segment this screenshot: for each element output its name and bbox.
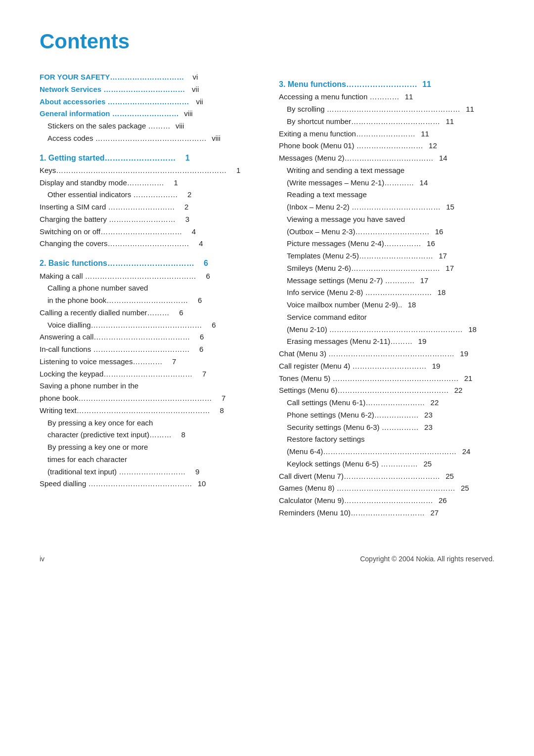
toc-entry: Reading a text message — [279, 189, 494, 201]
toc-label: Changing the covers…………………………… — [40, 238, 189, 250]
toc-label: Charging the battery ……………………… — [40, 213, 176, 226]
toc-page: vii — [185, 84, 199, 96]
page-title: Contents — [40, 30, 494, 53]
toc-label: Voice dialling……………………………………… — [47, 319, 202, 332]
toc-page: 1 — [164, 177, 178, 189]
toc-page: 1 — [226, 165, 240, 177]
toc-entry: (traditional text input) ………………………9 — [40, 466, 255, 478]
toc-entry: Writing text………………………………………………8 — [40, 405, 255, 417]
toc-label: (Menu 2-10) ……………………………………………… — [287, 324, 463, 336]
toc-page: viii — [170, 120, 184, 132]
toc-page: 1 — [176, 152, 190, 165]
toc-page: 7 — [162, 356, 176, 368]
toc-label: Calling a phone number saved — [47, 284, 148, 292]
toc-label: Other essential indicators ……………… — [47, 189, 178, 201]
toc-label: (Inbox – Menu 2-2) ……………………………… — [287, 201, 441, 213]
toc-entry: Keylock settings (Menu 6-5) ……………25 — [279, 458, 494, 470]
toc-page: 12 — [423, 140, 437, 152]
toc-entry: Smileys (Menu 2-6)………………………………17 — [279, 262, 494, 275]
toc-page: 8 — [210, 405, 224, 417]
toc-page: 19 — [454, 348, 468, 360]
toc-label: Restore factory settings — [287, 435, 365, 443]
toc-entry: (Write messages – Menu 2-1)…………14 — [279, 177, 494, 189]
toc-entry: Saving a phone number in the — [40, 380, 255, 392]
toc-label: phone book……………………………………………… — [40, 392, 212, 405]
toc-label: Access codes ……………………………………… — [47, 132, 207, 145]
toc-entry: character (predictive text input)………8 — [40, 429, 255, 441]
toc-label: Reading a text message — [287, 190, 367, 199]
toc-page: 25 — [418, 458, 432, 470]
toc-entry: 2. Basic functions……………………………6 — [40, 257, 255, 270]
toc-page: 17 — [414, 275, 428, 287]
toc-page: 25 — [440, 470, 454, 483]
toc-entry: (Inbox – Menu 2-2) ………………………………15 — [279, 201, 494, 213]
toc-entry: By pressing a key one or more — [40, 441, 255, 454]
toc-entry: Call settings (Menu 6-1)……………………22 — [279, 397, 494, 409]
toc-entry: About accessories ……………………………vii — [40, 96, 255, 108]
toc-label: Settings (Menu 6)……………………………………… — [279, 384, 448, 397]
toc-page: 3 — [176, 213, 189, 226]
toc-label: (Write messages – Menu 2-1)………… — [287, 177, 414, 189]
toc-page: 16 — [421, 238, 435, 250]
toc-entry: in the phone book……………………………6 — [40, 294, 255, 307]
toc-label: Accessing a menu function ………… — [279, 91, 399, 103]
toc-page: 6 — [190, 331, 204, 343]
toc-page: viii — [207, 132, 221, 145]
toc-label: Exiting a menu function…………………… — [279, 128, 415, 140]
toc-label: Stickers on the sales package ……… — [47, 120, 170, 132]
footer-copyright: Copyright © 2004 Nokia. All rights reser… — [360, 555, 494, 563]
toc-page: 18 — [402, 299, 416, 311]
toc-page: 24 — [456, 446, 470, 458]
toc-label: (Outbox – Menu 2-3)………………………… — [287, 226, 429, 238]
toc-entry: 3. Menu functions………………………11 — [279, 78, 494, 91]
toc-page: 14 — [414, 177, 428, 189]
toc-page: 11 — [399, 91, 413, 103]
toc-label: Message settings (Menu 2-7) ………… — [287, 275, 414, 287]
toc-page: 6 — [196, 270, 210, 283]
toc-entry: Calculator (Menu 9)………………………………26 — [279, 495, 494, 507]
toc-page: 2 — [175, 201, 188, 213]
toc-entry: Erasing messages (Menu 2-11)………19 — [279, 336, 494, 348]
toc-entry: Info service (Menu 2-8) ………………………18 — [279, 287, 494, 299]
toc-label: Display and standby mode…………… — [40, 177, 164, 189]
toc-entry: Tones (Menu 5) ……………………………………………21 — [279, 373, 494, 385]
toc-label: General information ……………………… — [40, 108, 179, 120]
footer-page-number: iv — [40, 555, 44, 563]
toc-label: Saving a phone number in the — [40, 381, 138, 390]
toc-label: About accessories …………………………… — [40, 96, 189, 108]
toc-label: Answering a call………………………………… — [40, 331, 190, 343]
toc-label: Call settings (Menu 6-1)…………………… — [287, 397, 425, 409]
toc-page: 6 — [188, 294, 202, 307]
toc-label: Phone book (Menu 01) ……………………… — [279, 140, 423, 152]
toc-label: Smileys (Menu 2-6)……………………………… — [287, 262, 440, 275]
toc-page: 6 — [170, 307, 183, 319]
toc-entry: Templates (Menu 2-5)…………………………17 — [279, 250, 494, 262]
toc-label: Messages (Menu 2)……………………………… — [279, 152, 434, 165]
toc-page: vi — [184, 71, 198, 84]
toc-page: 8 — [172, 429, 185, 441]
toc-page: 11 — [415, 128, 429, 140]
toc-page: 11 — [440, 116, 454, 128]
toc-page: 6 — [194, 257, 208, 270]
left-column: FOR YOUR SAFETY…………………………viNetwork Servi… — [40, 71, 255, 519]
toc-entry: Call register (Menu 4) …………………………19 — [279, 360, 494, 373]
toc-page: 23 — [419, 421, 433, 434]
toc-label: Making a call ……………………………………… — [40, 270, 196, 283]
toc-label: Network Services …………………………… — [40, 84, 185, 96]
toc-page: 2 — [178, 189, 191, 201]
toc-page: 17 — [433, 250, 447, 262]
toc-entry: FOR YOUR SAFETY…………………………vi — [40, 71, 255, 84]
toc-entry: Games (Menu 8) …………………………………………25 — [279, 482, 494, 495]
toc-entry: Picture messages (Menu 2-4)……………16 — [279, 238, 494, 250]
toc-entry: Charging the battery ………………………3 — [40, 213, 255, 226]
toc-page: 4 — [182, 226, 196, 238]
toc-label: (traditional text input) ……………………… — [47, 466, 185, 478]
toc-page: 17 — [440, 262, 454, 275]
toc-page: vii — [189, 96, 203, 108]
toc-entry: By scrolling ………………………………………………11 — [279, 103, 494, 116]
toc-page: 16 — [429, 226, 443, 238]
toc-entry: Calling a recently dialled number………6 — [40, 307, 255, 319]
toc-label: Writing text……………………………………………… — [40, 405, 210, 417]
toc-entry: Switching on or off……………………………4 — [40, 226, 255, 238]
toc-entry: Security settings (Menu 6-3) ……………23 — [279, 421, 494, 434]
